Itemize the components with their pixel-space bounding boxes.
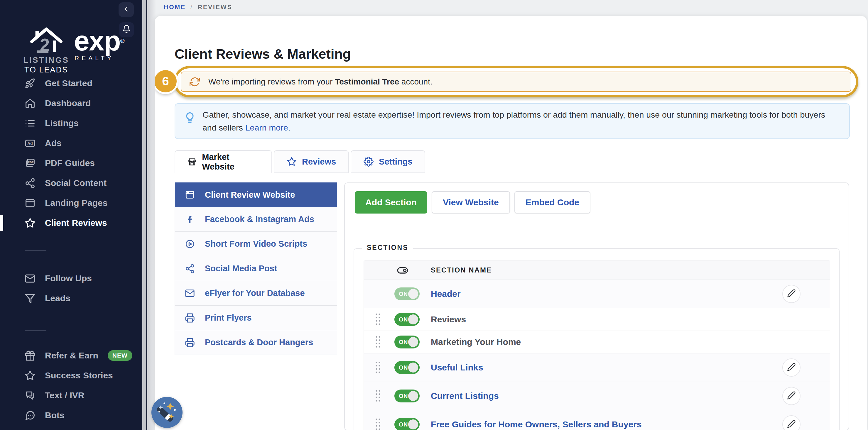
sidebar-nav-primary: Get Started Dashboard Listings Ad Ads PD… bbox=[0, 73, 142, 233]
section-name[interactable]: Current Listings bbox=[431, 391, 499, 401]
sidebar-item-label: PDF Guides bbox=[45, 158, 95, 168]
mail-icon bbox=[25, 273, 35, 284]
submenu-item-label: Print Flyers bbox=[205, 313, 252, 323]
learn-more-link[interactable]: Learn more bbox=[245, 123, 288, 132]
submenu-item-print-flyers[interactable]: Print Flyers bbox=[175, 306, 337, 330]
drag-handle-icon[interactable] bbox=[374, 312, 382, 327]
sidebar-item-label: Get Started bbox=[45, 78, 92, 88]
sidebar-scrollbar[interactable] bbox=[142, 0, 146, 430]
sidebar-item-ads[interactable]: Ad Ads bbox=[0, 133, 142, 153]
sections-table-header: SECTION NAME bbox=[364, 261, 830, 280]
sidebar-nav-secondary: Follow Ups Leads bbox=[0, 268, 142, 308]
sidebar-item-client-reviews[interactable]: Client Reviews bbox=[0, 213, 142, 233]
submenu-item-facebook-instagram-ads[interactable]: Facebook & Instagram Ads bbox=[175, 207, 337, 232]
sidebar-item-dashboard[interactable]: Dashboard bbox=[0, 93, 142, 113]
view-website-button[interactable]: View Website bbox=[432, 191, 510, 213]
sidebar-item-pdf-guides[interactable]: PDF PDF Guides bbox=[0, 153, 142, 173]
submenu-item-postcards-door-hangers[interactable]: Postcards & Door Hangers bbox=[175, 330, 337, 355]
panel-divider bbox=[355, 222, 839, 222]
breadcrumb: HOME / REVIEWS bbox=[164, 3, 232, 10]
pencil-icon bbox=[787, 420, 796, 429]
submenu-item-client-review-website[interactable]: Client Review Website bbox=[175, 183, 337, 207]
submenu-item-eflyer-for-your-database[interactable]: eFlyer for Your Database bbox=[175, 281, 337, 306]
toggle-knob bbox=[408, 363, 418, 372]
breadcrumb-home-link[interactable]: HOME bbox=[164, 3, 186, 10]
breadcrumb-current: REVIEWS bbox=[198, 3, 232, 10]
drag-handle-icon[interactable] bbox=[374, 389, 382, 403]
drag-handle-icon[interactable] bbox=[374, 361, 382, 374]
drag-handle-icon[interactable] bbox=[374, 335, 382, 349]
sidebar-item-label: Leads bbox=[45, 293, 70, 303]
sidebar-item-text-ivr[interactable]: Text / IVR bbox=[0, 386, 142, 405]
embed-code-button[interactable]: Embed Code bbox=[515, 191, 590, 213]
section-on-toggle[interactable]: ON bbox=[394, 288, 420, 300]
gift-icon bbox=[25, 350, 35, 361]
section-name[interactable]: Useful Links bbox=[431, 363, 483, 372]
sidebar-item-label: Bots bbox=[45, 410, 65, 420]
registered-mark: ® bbox=[120, 37, 124, 44]
tab-settings[interactable]: Settings bbox=[351, 150, 425, 173]
tab-bar: Market Website Reviews Settings bbox=[175, 150, 425, 173]
section-name[interactable]: Marketing Your Home bbox=[431, 337, 521, 347]
ad-icon: Ad bbox=[25, 138, 35, 149]
toggle-on-label: ON bbox=[399, 339, 408, 345]
sidebar-item-label: Listings bbox=[45, 118, 79, 128]
submenu-item-short-form-video-scripts[interactable]: Short Form Video Scripts bbox=[175, 232, 337, 256]
sidebar-item-follow-ups[interactable]: Follow Ups bbox=[0, 268, 142, 288]
edit-section-button[interactable] bbox=[782, 358, 801, 376]
add-section-button[interactable]: Add Section bbox=[355, 191, 427, 213]
import-alert-text: We're importing reviews from your Testim… bbox=[208, 77, 433, 87]
sidebar-item-listings[interactable]: Listings bbox=[0, 113, 142, 133]
sidebar: 2 LISTINGS TO LEADS exp® REALTY Get Star… bbox=[0, 0, 142, 430]
section-on-toggle[interactable]: ON bbox=[394, 390, 420, 402]
new-badge: NEW bbox=[108, 350, 132, 361]
section-name[interactable]: Reviews bbox=[431, 315, 466, 324]
submenu-item-label: Client Review Website bbox=[205, 190, 295, 200]
bot-icon bbox=[25, 410, 35, 421]
section-on-toggle[interactable]: ON bbox=[394, 336, 420, 349]
drag-handle-icon[interactable] bbox=[374, 418, 382, 430]
edit-section-button[interactable] bbox=[782, 387, 801, 405]
page-title: Client Reviews & Marketing bbox=[175, 46, 351, 62]
tab-market-website[interactable]: Market Website bbox=[175, 150, 272, 173]
sidebar-item-bots[interactable]: Bots bbox=[0, 405, 142, 425]
gear-icon bbox=[364, 157, 374, 167]
sync-icon bbox=[190, 76, 200, 87]
submenu-item-social-media-post[interactable]: Social Media Post bbox=[175, 256, 337, 281]
tab-reviews[interactable]: Reviews bbox=[274, 150, 349, 173]
list-icon bbox=[25, 118, 35, 129]
svg-text:PDF: PDF bbox=[28, 161, 34, 164]
tab-label: Reviews bbox=[302, 157, 336, 167]
collapse-sidebar-button[interactable] bbox=[119, 2, 134, 17]
star-icon bbox=[25, 218, 35, 229]
sidebar-item-landing-pages[interactable]: Landing Pages bbox=[0, 193, 142, 213]
exp-wordmark: exp bbox=[74, 25, 120, 56]
toggle-on-label: ON bbox=[399, 421, 408, 428]
section-on-toggle[interactable]: ON bbox=[394, 418, 420, 430]
section-name[interactable]: Free Guides for Home Owners, Sellers and… bbox=[431, 420, 642, 429]
sidebar-item-get-started[interactable]: Get Started bbox=[0, 73, 142, 93]
section-on-toggle[interactable]: ON bbox=[394, 313, 420, 326]
edit-section-button[interactable] bbox=[782, 285, 801, 303]
sidebar-item-label: Dashboard bbox=[45, 98, 91, 108]
toggle-column-icon bbox=[397, 264, 408, 276]
sidebar-item-refer-earn[interactable]: Refer & Earn NEW bbox=[0, 345, 142, 365]
sidebar-item-label: Ads bbox=[45, 138, 62, 148]
edit-section-button[interactable] bbox=[782, 415, 801, 430]
section-on-toggle[interactable]: ON bbox=[394, 361, 420, 374]
star-icon bbox=[25, 370, 35, 381]
magic-assistant-button[interactable] bbox=[151, 397, 183, 428]
sidebar-divider bbox=[25, 330, 46, 331]
sidebar-item-success-stories[interactable]: Success Stories bbox=[0, 365, 142, 386]
chat-icon bbox=[25, 390, 35, 401]
svg-text:Ad: Ad bbox=[27, 141, 33, 145]
sidebar-item-label: Success Stories bbox=[45, 370, 113, 381]
section-name-column-header: SECTION NAME bbox=[431, 261, 492, 280]
printer-icon bbox=[185, 313, 195, 323]
toggle-knob bbox=[408, 315, 418, 324]
sidebar-item-social-content[interactable]: Social Content bbox=[0, 173, 142, 193]
sidebar-item-leads[interactable]: Leads bbox=[0, 288, 142, 308]
tutorial-step-badge: 6 bbox=[155, 70, 177, 92]
alert-text-before: We're importing reviews from your bbox=[208, 77, 335, 86]
section-name[interactable]: Header bbox=[431, 289, 461, 299]
